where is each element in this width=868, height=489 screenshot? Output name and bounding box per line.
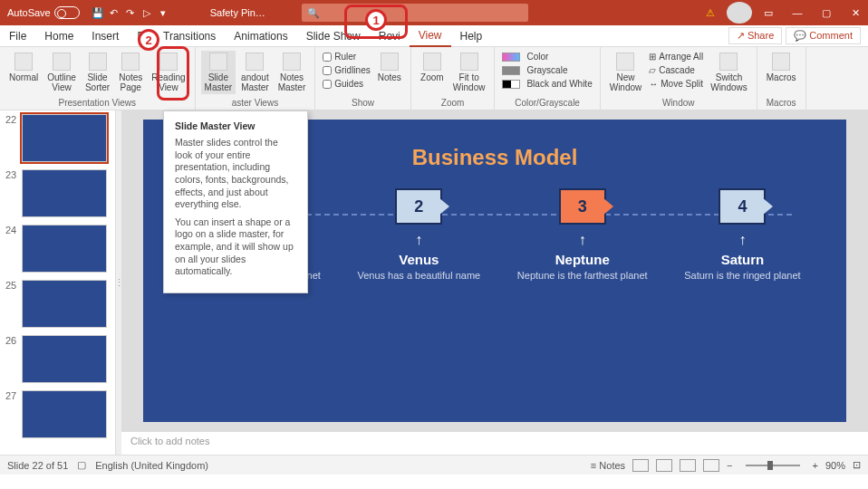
slide-master-button[interactable]: Slide Master	[201, 51, 236, 94]
move-split-button[interactable]: ↔ Move Split	[647, 78, 705, 90]
language-button[interactable]: English (United Kingdom)	[95, 460, 208, 471]
zoom-icon	[423, 53, 441, 71]
save-icon[interactable]: 💾	[91, 5, 105, 20]
slide-thumbnail[interactable]	[22, 390, 107, 438]
zoom-slider[interactable]	[746, 465, 800, 466]
search-input[interactable]: 🔍	[302, 4, 528, 22]
tab-transitions[interactable]: Transitions	[154, 25, 225, 47]
thumb-number: 26	[5, 335, 18, 383]
blackwhite-button[interactable]: Black and White	[500, 78, 593, 90]
handout-master-button[interactable]: andout Master	[237, 51, 273, 94]
slide-sorter-button[interactable]: Slide Sorter	[82, 51, 113, 94]
callout-number-2: 2	[138, 29, 159, 51]
slide-master-icon	[209, 53, 227, 71]
process-node[interactable]: 2 ↑ Venus Venus has a beautiful name	[357, 188, 480, 282]
qat-more-icon[interactable]: ▾	[156, 5, 170, 20]
sorter-icon	[89, 53, 107, 71]
group-label-show: Show	[321, 98, 405, 108]
slide-thumbnail[interactable]	[22, 169, 107, 217]
new-window-button[interactable]: New Window	[606, 51, 646, 94]
node-name: Neptune	[517, 252, 648, 267]
minimize-icon[interactable]: —	[785, 2, 810, 24]
normal-view-icon[interactable]	[632, 459, 649, 472]
redo-icon[interactable]: ↷	[123, 5, 138, 20]
sorter-view-icon[interactable]	[656, 459, 672, 472]
fit-window-button[interactable]: Fit to Window	[449, 51, 489, 94]
slide-thumbnail[interactable]	[22, 114, 107, 162]
node-desc: Saturn is the ringed planet	[684, 269, 800, 282]
notes-page-button[interactable]: Notes Page	[115, 51, 146, 94]
handout-icon	[246, 53, 264, 71]
guides-checkbox[interactable]: Guides	[321, 78, 371, 90]
arrange-all-button[interactable]: ⊞ Arrange All	[647, 51, 705, 62]
macros-icon	[772, 53, 790, 71]
callout-box-2	[157, 46, 189, 101]
grayscale-swatch-icon	[502, 66, 520, 75]
normal-view-button[interactable]: Normal	[5, 51, 42, 84]
color-button[interactable]: Color	[500, 51, 593, 62]
notes-page-icon	[121, 53, 140, 71]
notes-master-button[interactable]: Notes Master	[275, 51, 310, 94]
tab-insert[interactable]: Insert	[82, 25, 128, 47]
maximize-icon[interactable]: ▢	[814, 2, 839, 24]
slideshow-view-icon[interactable]	[703, 459, 719, 472]
close-icon[interactable]: ✕	[843, 2, 868, 24]
macros-button[interactable]: Macros	[763, 51, 800, 84]
slide-thumbnail[interactable]	[22, 280, 107, 328]
comment-button[interactable]: 💬 Comment	[786, 27, 861, 44]
new-window-icon	[616, 53, 634, 71]
warning-icon[interactable]: ⚠	[698, 2, 723, 24]
account-icon[interactable]	[727, 2, 752, 24]
slide-counter: Slide 22 of 51	[7, 460, 68, 471]
process-node[interactable]: 3 ↑ Neptune Neptune is the farthest plan…	[517, 188, 648, 282]
group-label-macros: Macros	[763, 98, 800, 108]
cascade-button[interactable]: ▱ Cascade	[647, 64, 705, 76]
tab-animations[interactable]: Animations	[225, 25, 296, 47]
color-swatch-icon	[502, 53, 520, 62]
thumb-number: 25	[5, 280, 18, 328]
fit-to-window-button[interactable]: ⊡	[853, 459, 861, 471]
tab-help[interactable]: Help	[451, 25, 492, 47]
zoom-button[interactable]: Zoom	[417, 51, 448, 84]
slide-thumbnails-panel[interactable]: 22 23 24 25 26 27	[0, 110, 116, 455]
tooltip-title: Slide Master View	[175, 120, 296, 131]
notes-icon	[381, 53, 399, 71]
group-label-colorgray: Color/Grayscale	[500, 98, 593, 108]
outline-view-button[interactable]: Outline View	[43, 51, 80, 94]
arrow-up-icon: ↑	[517, 232, 648, 248]
reading-view-icon[interactable]	[680, 459, 696, 472]
slide-thumbnail[interactable]	[22, 225, 107, 273]
arrow-up-icon: ↑	[357, 232, 480, 248]
notes-master-icon	[283, 53, 301, 71]
autosave-label: AutoSave	[7, 7, 51, 18]
arrow-up-icon: ↑	[684, 232, 800, 248]
document-title[interactable]: Safety Pin…	[210, 7, 265, 18]
notes-toggle[interactable]: ≡ Notes	[591, 460, 625, 471]
switch-windows-button[interactable]: Switch Windows	[707, 51, 751, 94]
share-button[interactable]: ↗ Share	[728, 27, 782, 44]
ruler-checkbox[interactable]: Ruler	[321, 51, 371, 62]
node-desc: Venus has a beautiful name	[357, 269, 480, 282]
zoom-in-button[interactable]: +	[813, 460, 818, 471]
ribbon-options-icon[interactable]: ▭	[756, 2, 781, 24]
gridlines-checkbox[interactable]: Gridlines	[321, 64, 371, 76]
notes-input[interactable]: Click to add notes	[121, 431, 868, 455]
tooltip-body: You can insert a shape or a logo on a sl…	[175, 216, 296, 278]
node-name: Saturn	[684, 252, 800, 267]
zoom-out-button[interactable]: −	[727, 460, 732, 471]
zoom-percent[interactable]: 90%	[825, 460, 845, 471]
autosave-toggle[interactable]	[54, 6, 80, 19]
tab-file[interactable]: File	[0, 25, 35, 47]
notes-button[interactable]: Notes	[374, 51, 405, 84]
start-slideshow-icon[interactable]: ▷	[140, 5, 154, 20]
tooltip-body: Master slides control the look of your e…	[175, 137, 296, 211]
tab-home[interactable]: Home	[35, 25, 82, 47]
node-shape: 4	[719, 188, 766, 225]
tab-view[interactable]: View	[410, 25, 451, 47]
tooltip: Slide Master View Master slides control …	[163, 110, 308, 293]
slide-thumbnail[interactable]	[22, 335, 107, 383]
grayscale-button[interactable]: Grayscale	[500, 64, 593, 76]
undo-icon[interactable]: ↶	[107, 5, 121, 20]
process-node[interactable]: 4 ↑ Saturn Saturn is the ringed planet	[684, 188, 800, 282]
accessibility-icon[interactable]: ▢	[77, 459, 86, 471]
